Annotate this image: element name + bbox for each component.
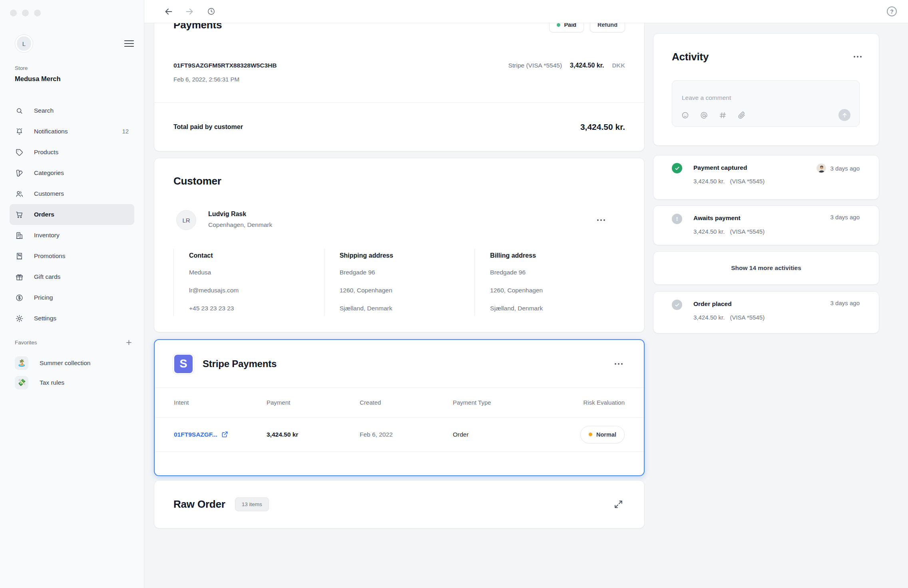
user-avatar[interactable]: L <box>15 34 33 53</box>
intent-link[interactable]: 01FT9SAZGF... <box>174 431 267 438</box>
store-name[interactable]: Medusa Merch <box>15 75 61 83</box>
tag-icon <box>15 148 24 157</box>
risk-status-dot <box>589 433 592 436</box>
top-bar: ? <box>144 0 908 23</box>
window-minimize-button[interactable] <box>22 10 29 16</box>
contact-company: Medusa <box>189 268 324 277</box>
emoji-icon[interactable] <box>681 111 689 119</box>
customer-actions-menu-button[interactable] <box>594 213 608 227</box>
customer-card: Customer LR Ludvig Rask Copenhagen, Denm… <box>154 158 645 332</box>
column-header-risk-evaluation: Risk Evaluation <box>583 399 625 406</box>
stripe-actions-menu-button[interactable] <box>612 357 625 371</box>
event-title: Order placed <box>693 300 732 308</box>
divider <box>155 451 644 452</box>
shipping-region: Sjælland, Denmark <box>340 304 475 313</box>
contact-column: Contact Medusa lr@medusajs.com +45 23 23… <box>173 249 324 316</box>
paid-status-dot <box>557 23 560 27</box>
activity-event-order-placed: Order placed 3 days ago 3,424.50 kr. (VI… <box>653 291 879 334</box>
refund-button-label: Refund <box>597 23 617 28</box>
event-time: 3 days ago <box>830 165 860 172</box>
sidebar-item-label: Pricing <box>34 294 53 301</box>
sidebar-item-settings[interactable]: Settings <box>10 308 134 329</box>
gear-icon <box>15 314 24 323</box>
check-circle-icon <box>672 163 682 173</box>
risk-status-label: Normal <box>596 431 616 438</box>
customer-location: Copenhagen, Denmark <box>208 221 272 228</box>
event-title: Awaits payment <box>693 215 741 222</box>
sidebar: L Store Medusa Merch Search Notification… <box>0 0 144 588</box>
event-card-info: (VISA *5545) <box>730 314 765 321</box>
paid-status-label: Paid <box>564 23 576 28</box>
sidebar-item-search[interactable]: Search <box>10 100 134 121</box>
sidebar-item-products[interactable]: Products <box>10 142 134 163</box>
avatar-initial: L <box>17 36 31 51</box>
paperclip-icon[interactable] <box>737 111 746 119</box>
sidebar-item-promotions[interactable]: Promotions <box>10 246 134 266</box>
column-header-payment: Payment <box>267 399 360 406</box>
sidebar-item-label: Customers <box>34 190 64 197</box>
bell-icon <box>15 127 24 136</box>
payments-card: Payments Paid Refund 01FT9SAZGFM5RTX8832… <box>154 23 645 151</box>
paid-status-badge[interactable]: Paid <box>549 23 584 32</box>
favorites-label: Favorites <box>15 340 37 346</box>
help-question-mark: ? <box>890 8 894 15</box>
favorite-item-label: Summer collection <box>40 360 91 367</box>
risk-evaluation-badge: Normal <box>580 426 625 443</box>
check-circle-icon <box>672 300 682 310</box>
payments-title: Payments <box>173 23 222 31</box>
event-time: 3 days ago <box>830 300 860 306</box>
event-amount: 3,424.50 kr. <box>693 314 725 321</box>
favorite-item-tax-rules[interactable]: 💸 Tax rules <box>10 373 134 392</box>
help-button[interactable]: ? <box>887 6 897 16</box>
sidebar-item-label: Promotions <box>34 252 65 260</box>
stripe-logo-letter: S <box>179 357 187 370</box>
sidebar-item-gift-cards[interactable]: Gift cards <box>10 266 134 287</box>
forward-arrow-icon[interactable] <box>185 7 194 16</box>
raw-order-title: Raw Order <box>173 498 225 511</box>
expand-icon[interactable] <box>611 498 625 511</box>
back-arrow-icon[interactable] <box>164 7 173 16</box>
mention-at-icon[interactable] <box>700 111 708 119</box>
sidebar-item-label: Notifications <box>34 128 68 135</box>
sidebar-item-customers[interactable]: Customers <box>10 183 134 204</box>
customer-name: Ludvig Rask <box>208 211 246 218</box>
hashtag-icon[interactable] <box>719 111 727 119</box>
payment-entry-row: 01FT9SAZGFM5RTX88328W5C3HB Feb 6, 2022, … <box>173 62 625 83</box>
billing-city: 1260, Copenhagen <box>490 286 625 295</box>
show-more-activities-button[interactable]: Show 14 more activities <box>653 251 879 285</box>
sidebar-item-categories[interactable]: Categories <box>10 163 134 183</box>
users-icon <box>15 190 24 198</box>
add-favorite-button[interactable] <box>125 339 133 346</box>
sidebar-item-notifications[interactable]: Notifications 12 <box>10 121 134 142</box>
stripe-table-row: 01FT9SAZGF... 3,424.50 kr Feb 6, 2022 Or… <box>174 417 625 451</box>
sidebar-item-label: Products <box>34 149 58 156</box>
history-clock-icon[interactable] <box>207 7 216 16</box>
comment-input[interactable] <box>672 81 859 107</box>
window-close-button[interactable] <box>10 10 17 16</box>
stripe-payments-title: Stripe Payments <box>203 358 277 369</box>
billing-address-title: Billing address <box>490 252 625 259</box>
stripe-logo-icon: S <box>173 354 194 374</box>
send-comment-button[interactable] <box>838 109 850 121</box>
search-icon <box>15 107 24 115</box>
activity-actions-menu-button[interactable] <box>851 50 864 64</box>
billing-address-column: Billing address Bredgade 96 1260, Copenh… <box>474 249 625 316</box>
favorite-item-label: Tax rules <box>40 379 64 386</box>
customer-title: Customer <box>173 175 221 187</box>
row-payment-type: Order <box>453 431 546 438</box>
sidebar-item-pricing[interactable]: Pricing <box>10 287 134 308</box>
hamburger-menu-icon[interactable] <box>124 39 134 48</box>
window-zoom-button[interactable] <box>34 10 41 16</box>
comment-box <box>672 80 860 127</box>
row-created-date: Feb 6, 2022 <box>360 431 453 438</box>
sidebar-item-orders[interactable]: Orders <box>10 204 134 225</box>
sidebar-item-inventory[interactable]: Inventory <box>10 225 134 246</box>
payment-currency: DKK <box>612 62 625 69</box>
favorite-item-summer-collection[interactable]: 🏝️ Summer collection <box>10 353 134 373</box>
payment-amount: 3,424.50 kr. <box>570 62 604 69</box>
building-icon <box>15 231 24 240</box>
ticket-percent-icon <box>15 252 24 260</box>
contact-title: Contact <box>189 252 324 259</box>
refund-button[interactable]: Refund <box>590 23 625 32</box>
event-amount: 3,424.50 kr. <box>693 228 725 235</box>
